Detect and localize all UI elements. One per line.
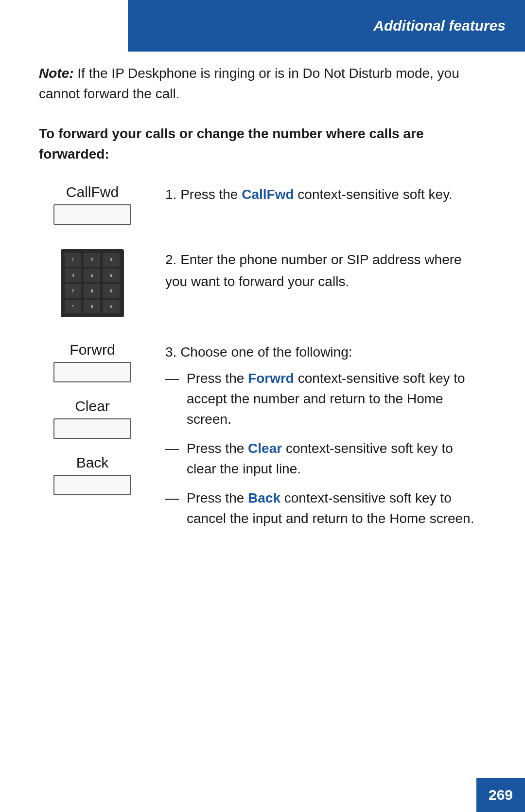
bullet-item-back: — Press the Back context-sensitive soft … [165,488,486,529]
key-8: 8 [84,284,100,298]
bullet-text-back: Press the Back context-sensitive soft ke… [187,488,486,529]
forwrd-link: Forwrd [248,371,294,386]
step-2-instruction: Enter the phone number or SIP address wh… [165,252,462,289]
steps-container: CallFwd 1. Press the CallFwd context-sen… [39,184,486,529]
clear-link: Clear [248,441,282,456]
forwrd-box [53,362,131,382]
key-6: 6 [103,269,120,282]
step-2-left: 1 2 3 4 5 6 7 8 9 * 0 # [39,249,146,317]
keypad-grid: 1 2 3 4 5 6 7 8 9 * 0 # [61,249,124,317]
header-bar: Additional features [128,0,525,52]
dash-3: — [165,488,179,529]
key-0: 0 [84,300,100,313]
note-label: Note: [39,66,74,81]
bullet-list: — Press the Forwrd context-sensitive sof… [165,368,486,529]
step-1-row: CallFwd 1. Press the CallFwd context-sen… [39,184,486,225]
step-2-right: 2. Enter the phone number or SIP address… [165,249,486,293]
step-2-number: 2. [165,252,180,267]
note-text: If the IP Deskphone is ringing or is in … [39,66,459,101]
step-1-instruction-prefix: Press the [180,187,242,202]
forwrd-label: Forwrd [70,342,115,358]
step-1-right: 1. Press the CallFwd context-sensitive s… [165,184,486,206]
section-heading: To forward your calls or change the numb… [39,124,486,164]
key-star: * [65,300,81,313]
bullet-text-forwrd: Press the Forwrd context-sensitive soft … [187,368,486,430]
step-3-instruction: Choose one of the following: [180,344,352,360]
page-number-box: 269 [476,778,525,812]
step-3-left: Forwrd Clear Back [39,342,146,495]
key-7: 7 [65,284,81,298]
clear-label: Clear [75,398,110,415]
back-label: Back [76,454,109,471]
page-number: 269 [489,787,513,803]
bullet-item-clear: — Press the Clear context-sensitive soft… [165,438,486,479]
key-1: 1 [65,253,81,267]
back-link: Back [248,490,280,505]
header-title: Additional features [373,18,506,34]
step-2-row: 1 2 3 4 5 6 7 8 9 * 0 # 2. Enter the pho… [39,249,486,317]
callfwd-label: CallFwd [66,184,119,200]
key-5: 5 [84,269,100,282]
bullet-item-forwrd: — Press the Forwrd context-sensitive sof… [165,368,486,430]
step-3-right: 3. Choose one of the following: — Press … [165,342,486,529]
note-paragraph: Note: If the IP Deskphone is ringing or … [39,63,486,104]
dash-1: — [165,368,179,430]
back-box [53,475,131,495]
key-3: 3 [103,253,120,267]
clear-box [53,418,131,439]
step-3-number: 3. [165,344,180,360]
callfwd-link: CallFwd [242,187,294,202]
key-2: 2 [84,253,100,267]
key-hash: # [103,300,120,313]
step-1-instruction-suffix: context-sensitive soft key. [294,187,453,202]
step-1-number: 1. [165,187,180,202]
step-1-left: CallFwd [39,184,146,225]
key-4: 4 [65,269,81,282]
dash-2: — [165,438,179,479]
main-content: Note: If the IP Deskphone is ringing or … [39,63,486,763]
bullet-text-clear: Press the Clear context-sensitive soft k… [187,438,486,479]
callfwd-box [53,204,131,225]
step-3-row: Forwrd Clear Back 3. Choose one of the f… [39,342,486,529]
key-9: 9 [103,284,120,298]
